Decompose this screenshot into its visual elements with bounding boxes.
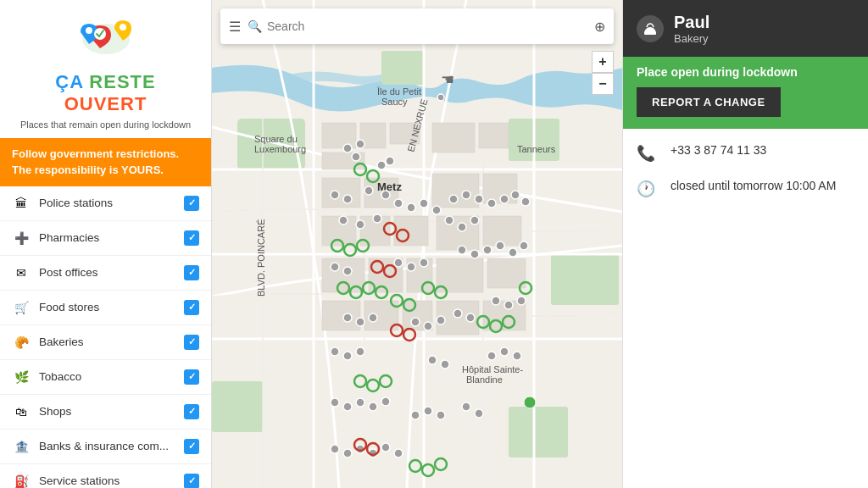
category-label-bakeries: Bakeries bbox=[39, 336, 184, 348]
svg-point-111 bbox=[331, 398, 339, 407]
svg-point-102 bbox=[517, 297, 526, 305]
svg-point-114 bbox=[369, 402, 377, 411]
phone-icon: 📞 bbox=[637, 142, 660, 163]
category-list: 🏛 Police stations ➕ Pharmacies ✉ Post of… bbox=[0, 186, 211, 488]
svg-point-97 bbox=[437, 316, 445, 324]
category-item-police[interactable]: 🏛 Police stations bbox=[0, 186, 211, 221]
zoom-out-button[interactable]: − bbox=[592, 73, 614, 95]
svg-point-88 bbox=[483, 246, 492, 254]
svg-point-120 bbox=[475, 409, 483, 418]
svg-point-80 bbox=[470, 216, 479, 225]
svg-point-81 bbox=[331, 263, 339, 271]
logo-ca: ÇA bbox=[55, 71, 89, 92]
category-item-tobacco[interactable]: 🌿 Tobacco bbox=[0, 360, 211, 395]
svg-point-107 bbox=[441, 360, 449, 369]
sidebar: ÇA RESTE OUVERT Places that remain open … bbox=[0, 0, 212, 488]
svg-point-93 bbox=[356, 318, 364, 326]
search-icon: 🔍 bbox=[248, 19, 262, 33]
svg-point-98 bbox=[453, 309, 462, 318]
svg-rect-21 bbox=[322, 123, 356, 148]
category-item-pharmacies[interactable]: ➕ Pharmacies bbox=[0, 221, 211, 256]
svg-point-74 bbox=[487, 199, 496, 208]
map-label-metz: Metz bbox=[377, 180, 402, 193]
logo-subtitle: Places that remain open during lockdown bbox=[14, 119, 198, 131]
svg-point-103 bbox=[331, 347, 339, 356]
svg-point-66 bbox=[373, 214, 381, 223]
svg-point-85 bbox=[420, 258, 428, 267]
svg-rect-9 bbox=[551, 254, 619, 305]
category-item-post[interactable]: ✉ Post offices bbox=[0, 256, 211, 291]
category-checkbox-police[interactable] bbox=[184, 196, 199, 211]
category-checkbox-post[interactable] bbox=[184, 265, 199, 280]
report-change-button[interactable]: REPORT A CHANGE bbox=[637, 87, 781, 117]
category-item-bakeries[interactable]: 🥐 Bakeries bbox=[0, 325, 211, 360]
svg-text:Saucy: Saucy bbox=[381, 97, 408, 107]
category-item-food[interactable]: 🛒 Food stores bbox=[0, 291, 211, 325]
map-area[interactable]: ☰ 🔍 ⊕ + − bbox=[212, 0, 622, 488]
svg-point-75 bbox=[500, 195, 509, 203]
category-checkbox-service[interactable] bbox=[184, 474, 199, 488]
svg-rect-7 bbox=[381, 51, 424, 85]
svg-point-63 bbox=[381, 191, 390, 199]
post-icon: ✉ bbox=[12, 263, 31, 282]
category-checkbox-pharmacies[interactable] bbox=[184, 230, 199, 246]
svg-point-55 bbox=[356, 140, 364, 148]
category-label-banks: Banks & insurance com... bbox=[39, 440, 184, 452]
svg-point-150 bbox=[524, 396, 536, 408]
svg-point-115 bbox=[381, 397, 390, 406]
menu-icon[interactable]: ☰ bbox=[229, 19, 241, 35]
map-label-luxembourg: Square du bbox=[254, 134, 298, 144]
svg-text:Luxembourg: Luxembourg bbox=[254, 144, 306, 154]
banks-icon: 🏦 bbox=[12, 437, 31, 456]
svg-point-100 bbox=[492, 297, 500, 305]
svg-rect-40 bbox=[487, 258, 526, 288]
category-checkbox-tobacco[interactable] bbox=[184, 369, 199, 385]
category-label-pharmacies: Pharmacies bbox=[39, 231, 184, 244]
svg-text:BLVD. POINCARÉ: BLVD. POINCARÉ bbox=[256, 219, 266, 297]
svg-point-61 bbox=[343, 195, 352, 203]
svg-rect-27 bbox=[322, 178, 360, 208]
zoom-controls: + − bbox=[592, 51, 614, 95]
svg-point-99 bbox=[466, 313, 475, 322]
svg-point-79 bbox=[458, 223, 466, 231]
service-icon: ⛽ bbox=[12, 472, 31, 488]
search-bar: ☰ 🔍 ⊕ bbox=[220, 8, 614, 44]
svg-point-105 bbox=[356, 347, 364, 356]
category-checkbox-shops[interactable] bbox=[184, 404, 199, 419]
svg-point-60 bbox=[331, 191, 339, 199]
svg-text:Île du Petit: Île du Petit bbox=[376, 86, 421, 97]
svg-point-95 bbox=[411, 318, 420, 326]
category-checkbox-bakeries[interactable] bbox=[184, 335, 199, 350]
svg-text:☚: ☚ bbox=[441, 71, 454, 88]
svg-point-65 bbox=[356, 220, 364, 229]
svg-point-73 bbox=[475, 195, 483, 203]
svg-point-56 bbox=[352, 152, 360, 161]
pharmacies-icon: ➕ bbox=[12, 229, 31, 247]
svg-rect-41 bbox=[322, 301, 360, 330]
place-details: 📞 +33 3 87 74 11 33 🕐 closed until tomor… bbox=[623, 129, 868, 488]
category-item-shops[interactable]: 🛍 Shops bbox=[0, 395, 211, 430]
zoom-in-button[interactable]: + bbox=[592, 51, 614, 73]
search-input[interactable] bbox=[267, 19, 594, 33]
svg-text:Tanneurs: Tanneurs bbox=[517, 144, 556, 154]
svg-point-126 bbox=[394, 449, 403, 458]
svg-point-108 bbox=[487, 352, 496, 360]
category-checkbox-food[interactable] bbox=[184, 300, 199, 315]
logo-text: ÇA RESTE OUVERT bbox=[14, 71, 198, 115]
category-checkbox-banks[interactable] bbox=[184, 439, 199, 454]
police-icon: 🏛 bbox=[12, 194, 31, 213]
locate-icon[interactable]: ⊕ bbox=[594, 19, 605, 35]
svg-text:Blandine: Blandine bbox=[466, 374, 503, 385]
svg-point-119 bbox=[462, 402, 470, 411]
svg-rect-25 bbox=[432, 123, 475, 152]
category-item-banks[interactable]: 🏦 Banks & insurance com... bbox=[0, 430, 211, 464]
food-icon: 🛒 bbox=[12, 298, 31, 317]
category-label-police: Police stations bbox=[39, 197, 184, 209]
svg-point-122 bbox=[343, 449, 352, 458]
svg-point-58 bbox=[386, 157, 394, 165]
svg-point-54 bbox=[343, 144, 352, 152]
category-item-service[interactable]: ⛽ Service stations bbox=[0, 464, 211, 488]
map-svg[interactable]: Square du Luxembourg Île du Petit Saucy … bbox=[212, 0, 622, 488]
svg-point-71 bbox=[449, 195, 458, 203]
category-label-shops: Shops bbox=[39, 405, 184, 418]
